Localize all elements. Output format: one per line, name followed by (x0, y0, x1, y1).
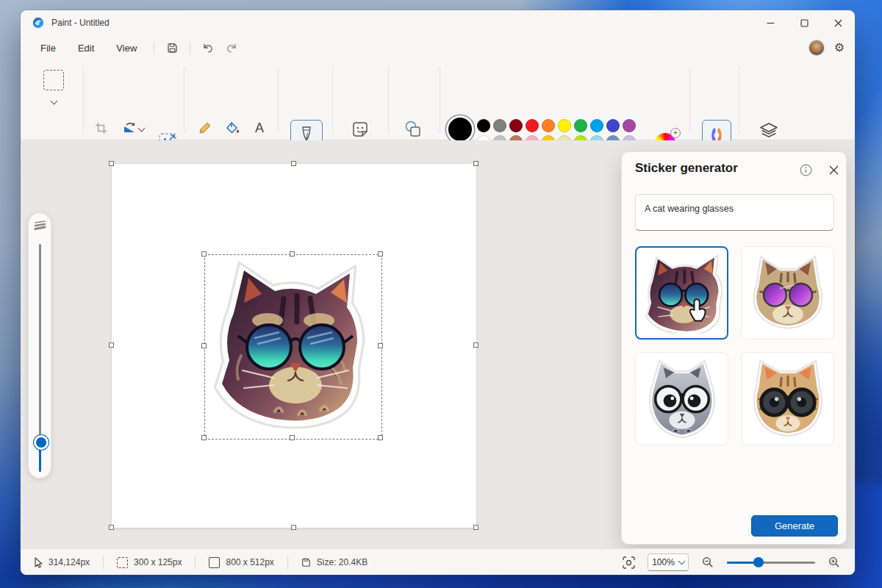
canvas-resize-handle[interactable] (473, 343, 478, 348)
palette-color-swatch[interactable] (477, 119, 490, 132)
ribbon-separator (278, 66, 279, 134)
zoom-level-dropdown[interactable]: 100% (648, 553, 689, 571)
crop-button[interactable] (90, 118, 111, 138)
undo-icon (202, 43, 214, 54)
canvas-resize-handle[interactable] (291, 525, 296, 530)
brush-size-slider[interactable] (28, 212, 51, 478)
ribbon-separator (83, 66, 84, 134)
statusbar-separator (103, 556, 104, 569)
selection-handle[interactable] (201, 343, 207, 348)
canvas-size-indicator: 800 x 512px (204, 557, 278, 568)
panel-close-button[interactable] (825, 161, 842, 179)
minimize-icon (767, 19, 775, 27)
palette-color-swatch[interactable] (606, 119, 620, 132)
slider-thumb[interactable] (34, 435, 49, 450)
palette-color-swatch[interactable] (542, 119, 555, 132)
selection-handle[interactable] (378, 435, 383, 440)
color1-swatch[interactable] (448, 118, 472, 141)
selection-handle[interactable] (378, 251, 383, 257)
menu-bar: File Edit View (21, 35, 855, 60)
sticker-generator-panel: Sticker generator A cat wearing glasses (621, 151, 847, 545)
palette-color-swatch[interactable] (623, 119, 636, 132)
layers-button[interactable] (759, 121, 779, 141)
menu-edit[interactable]: Edit (67, 39, 105, 57)
stickers-button[interactable] (350, 119, 370, 140)
selection-size-icon (117, 557, 128, 568)
undo-button[interactable] (196, 37, 220, 58)
shapes-icon (404, 120, 423, 139)
menu-view[interactable]: View (105, 39, 148, 57)
zoom-level-text: 100% (652, 557, 675, 567)
save-button[interactable] (160, 37, 184, 58)
file-size-icon (301, 558, 311, 567)
title-bar[interactable]: Paint - Untitled (21, 10, 855, 35)
slider-track[interactable] (39, 244, 41, 440)
shapes-button[interactable] (403, 119, 423, 140)
minimize-button[interactable] (753, 10, 787, 35)
redo-icon (226, 43, 237, 54)
ribbon-toolbar: Selection (21, 60, 855, 140)
palette-color-swatch[interactable] (574, 119, 587, 132)
palette-color-swatch[interactable] (590, 119, 603, 132)
maximize-icon (800, 19, 808, 27)
selection-marquee[interactable] (204, 254, 382, 440)
ribbon-separator (440, 66, 440, 134)
text-tool-button[interactable]: A (249, 118, 270, 138)
palette-color-swatch[interactable] (509, 119, 523, 132)
rotate-button[interactable] (119, 118, 140, 138)
settings-gear-icon[interactable]: ⚙ (834, 42, 845, 54)
sticker-3-cat-image (642, 359, 723, 440)
zoom-slider[interactable] (727, 556, 815, 568)
zoom-dropdown-chevron-icon (678, 558, 685, 565)
account-avatar[interactable] (809, 40, 824, 55)
canvas-resize-handle[interactable] (109, 161, 114, 166)
canvas-resize-handle[interactable] (109, 525, 114, 530)
zoom-out-icon (702, 556, 714, 568)
statusbar-separator (195, 556, 196, 569)
canvas-resize-handle[interactable] (109, 343, 114, 348)
zoom-slider-thumb[interactable] (753, 557, 764, 567)
generate-button[interactable]: Generate (751, 515, 838, 537)
fit-to-screen-button[interactable] (617, 552, 640, 573)
pencil-icon (198, 121, 212, 135)
palette-color-swatch[interactable] (493, 119, 506, 132)
selection-handle[interactable] (201, 435, 207, 440)
rotate-icon (123, 122, 137, 135)
sticker-thumbnail-4[interactable] (741, 352, 834, 445)
selection-tool-button[interactable] (41, 68, 66, 93)
menu-file[interactable]: File (29, 39, 67, 57)
canvas-resize-handle[interactable] (291, 161, 296, 166)
text-tool-icon: A (255, 121, 264, 136)
canvas-size-icon (209, 557, 220, 568)
panel-close-icon (829, 165, 839, 175)
selection-handle[interactable] (378, 343, 383, 348)
zoom-out-button[interactable] (696, 552, 720, 573)
canvas-resize-handle[interactable] (473, 525, 478, 530)
info-button[interactable] (797, 161, 814, 179)
sticker-thumbnail-2[interactable] (741, 246, 834, 340)
info-icon (800, 164, 812, 176)
selection-handle[interactable] (201, 251, 207, 257)
selection-handle[interactable] (290, 251, 295, 257)
menubar-separator (190, 41, 190, 54)
selection-handle[interactable] (290, 435, 295, 440)
fill-bucket-icon (226, 121, 240, 135)
crop-icon (95, 122, 107, 135)
sticker-thumbnail-3[interactable] (635, 352, 728, 445)
pencil-tool-button[interactable] (195, 118, 215, 138)
selection-size-indicator: 300 x 125px (112, 557, 186, 568)
fill-tool-button[interactable] (222, 118, 243, 138)
palette-row-1 (477, 119, 636, 132)
canvas-resize-handle[interactable] (473, 161, 478, 166)
redo-button[interactable] (220, 37, 243, 58)
add-color-plus-icon[interactable]: + (670, 128, 681, 138)
close-button[interactable] (821, 10, 855, 35)
selection-dropdown-chevron-icon[interactable] (51, 98, 58, 105)
palette-color-swatch[interactable] (558, 119, 571, 132)
prompt-input[interactable]: A cat wearing glasses (635, 194, 834, 231)
cursor-position-indicator: 314,124px (29, 557, 94, 568)
zoom-in-button[interactable] (822, 552, 846, 573)
sticker-thumbnail-1[interactable] (635, 246, 728, 340)
palette-color-swatch[interactable] (526, 119, 539, 132)
maximize-button[interactable] (787, 10, 821, 35)
